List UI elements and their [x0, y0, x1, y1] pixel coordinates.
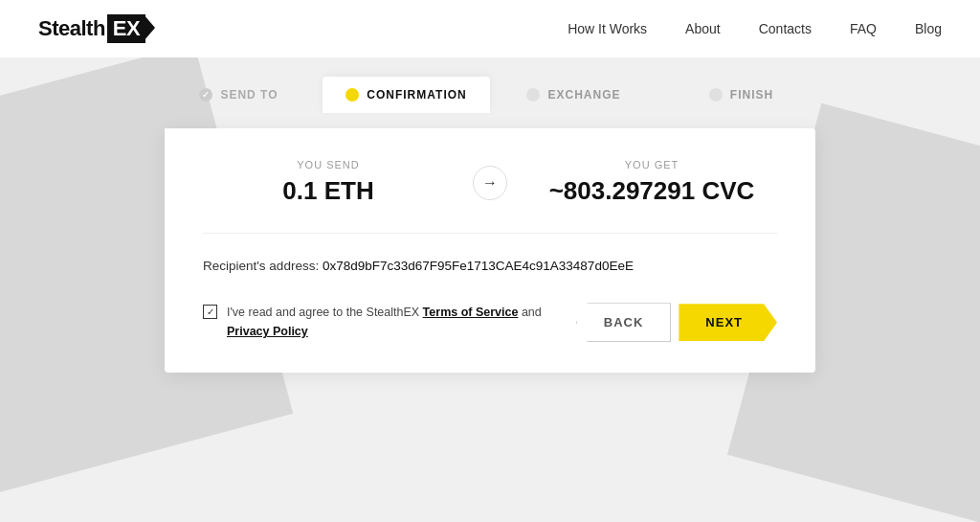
recipient-row: Recipient's address: 0x78d9bF7c33d67F95F… [203, 257, 777, 276]
privacy-policy-link[interactable]: Privacy Policy [227, 325, 308, 338]
main-nav: How It Works About Contacts FAQ Blog [568, 21, 942, 36]
you-get-amount: ~803.297291 CVC [526, 176, 777, 206]
logo: StealthEX [38, 14, 145, 43]
you-get-label: YOU GET [526, 159, 777, 170]
steps-indicator: ✓ SEND TO CONFIRMATION EXCHANGE FINISH [155, 77, 825, 113]
exchange-summary: YOU SEND 0.1 ETH → YOU GET ~803.297291 C… [203, 159, 777, 234]
send-side: YOU SEND 0.1 ETH [203, 159, 454, 206]
exchange-arrow-icon: → [473, 166, 507, 200]
main-content: ✓ SEND TO CONFIRMATION EXCHANGE FINISH Y… [0, 57, 980, 373]
terms-and-actions: ✓ I've read and agree to the StealthEX T… [203, 303, 777, 342]
back-button[interactable]: BACK [576, 303, 672, 342]
step-dot-exchange [526, 88, 540, 102]
terms-checkbox[interactable]: ✓ [203, 305, 217, 319]
nav-faq[interactable]: FAQ [850, 21, 877, 36]
nav-about[interactable]: About [685, 21, 721, 36]
logo-box: EX [107, 14, 145, 43]
terms-text-before: I've read and agree to the StealthEX [227, 306, 423, 319]
get-side: YOU GET ~803.297291 CVC [526, 159, 777, 206]
step-confirmation: CONFIRMATION [323, 77, 490, 113]
nav-how-it-works[interactable]: How It Works [568, 21, 647, 36]
recipient-address: 0x78d9bF7c33d67F95Fe1713CAE4c91A33487d0E… [323, 259, 634, 273]
nav-contacts[interactable]: Contacts [759, 21, 812, 36]
terms-of-service-link[interactable]: Terms of Service [423, 306, 519, 319]
logo-text: Stealth [38, 16, 105, 41]
nav-blog[interactable]: Blog [915, 21, 942, 36]
you-send-amount: 0.1 ETH [203, 176, 454, 206]
terms-text: I've read and agree to the StealthEX Ter… [227, 303, 542, 341]
step-send-to: ✓ SEND TO [155, 77, 323, 113]
step-dot-finish [709, 88, 723, 102]
recipient-label: Recipient's address: [203, 259, 319, 273]
checkbox-check-icon: ✓ [207, 306, 214, 317]
terms-left: ✓ I've read and agree to the StealthEX T… [203, 303, 557, 341]
step-exchange: EXCHANGE [490, 77, 657, 113]
terms-text-middle: and [518, 306, 541, 319]
step-dot-confirmation [345, 88, 359, 102]
step-finish: FINISH [657, 77, 825, 113]
step-dot-send-to: ✓ [199, 88, 212, 102]
you-send-label: YOU SEND [203, 159, 454, 170]
header: StealthEX How It Works About Contacts FA… [0, 0, 980, 57]
next-button[interactable]: NEXT [679, 304, 777, 341]
action-buttons: BACK NEXT [576, 303, 777, 342]
confirmation-card: YOU SEND 0.1 ETH → YOU GET ~803.297291 C… [165, 128, 815, 373]
